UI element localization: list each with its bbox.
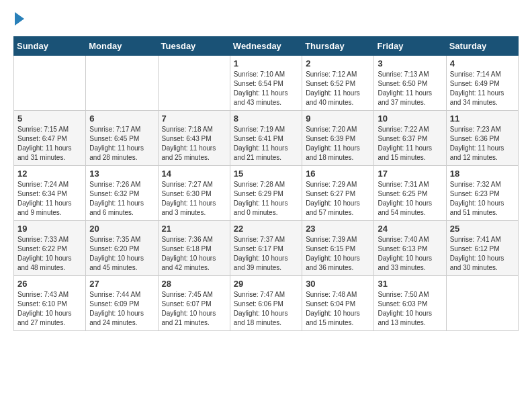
calendar-cell: 27Sunrise: 7:44 AM Sunset: 6:09 PM Dayli… xyxy=(86,276,158,331)
calendar-cell xyxy=(446,276,518,331)
day-number: 9 xyxy=(306,113,370,124)
day-number: 7 xyxy=(162,113,226,124)
day-number: 17 xyxy=(378,169,442,179)
day-info: Sunrise: 7:28 AM Sunset: 6:29 PM Dayligh… xyxy=(234,180,298,218)
calendar-table: SundayMondayTuesdayWednesdayThursdayFrid… xyxy=(13,36,519,331)
day-info: Sunrise: 7:50 AM Sunset: 6:03 PM Dayligh… xyxy=(378,290,442,328)
calendar-cell: 15Sunrise: 7:28 AM Sunset: 6:29 PM Dayli… xyxy=(230,166,302,221)
calendar-cell: 14Sunrise: 7:27 AM Sunset: 6:30 PM Dayli… xyxy=(158,166,230,221)
calendar-cell: 7Sunrise: 7:18 AM Sunset: 6:43 PM Daylig… xyxy=(158,111,230,166)
calendar-cell: 16Sunrise: 7:29 AM Sunset: 6:27 PM Dayli… xyxy=(302,166,374,221)
day-info: Sunrise: 7:40 AM Sunset: 6:13 PM Dayligh… xyxy=(378,235,442,273)
day-info: Sunrise: 7:23 AM Sunset: 6:36 PM Dayligh… xyxy=(450,125,515,163)
day-number: 29 xyxy=(234,279,298,289)
day-number: 22 xyxy=(234,224,298,234)
day-info: Sunrise: 7:47 AM Sunset: 6:06 PM Dayligh… xyxy=(234,290,298,328)
day-info: Sunrise: 7:44 AM Sunset: 6:09 PM Dayligh… xyxy=(89,290,154,328)
day-info: Sunrise: 7:22 AM Sunset: 6:37 PM Dayligh… xyxy=(378,125,442,163)
day-info: Sunrise: 7:12 AM Sunset: 6:52 PM Dayligh… xyxy=(306,70,370,107)
calendar-cell xyxy=(86,56,158,111)
header xyxy=(13,13,519,26)
day-number: 14 xyxy=(162,169,226,179)
calendar-week-row: 26Sunrise: 7:43 AM Sunset: 6:10 PM Dayli… xyxy=(14,276,519,331)
calendar-cell: 22Sunrise: 7:37 AM Sunset: 6:17 PM Dayli… xyxy=(230,221,302,276)
day-number: 25 xyxy=(450,224,515,234)
day-number: 30 xyxy=(306,279,370,289)
day-number: 2 xyxy=(306,58,370,68)
day-number: 23 xyxy=(306,224,370,234)
calendar-cell: 4Sunrise: 7:14 AM Sunset: 6:49 PM Daylig… xyxy=(446,56,518,111)
day-number: 10 xyxy=(378,113,442,124)
calendar-cell: 20Sunrise: 7:35 AM Sunset: 6:20 PM Dayli… xyxy=(86,221,158,276)
calendar-cell: 13Sunrise: 7:26 AM Sunset: 6:32 PM Dayli… xyxy=(86,166,158,221)
day-info: Sunrise: 7:13 AM Sunset: 6:50 PM Dayligh… xyxy=(378,70,442,107)
calendar-cell: 21Sunrise: 7:36 AM Sunset: 6:18 PM Dayli… xyxy=(158,221,230,276)
calendar-week-row: 12Sunrise: 7:24 AM Sunset: 6:34 PM Dayli… xyxy=(14,166,519,221)
day-number: 31 xyxy=(378,279,442,289)
calendar-cell: 2Sunrise: 7:12 AM Sunset: 6:52 PM Daylig… xyxy=(302,56,374,111)
day-number: 15 xyxy=(234,169,298,179)
calendar-cell: 11Sunrise: 7:23 AM Sunset: 6:36 PM Dayli… xyxy=(446,111,518,166)
day-info: Sunrise: 7:19 AM Sunset: 6:41 PM Dayligh… xyxy=(234,125,298,163)
day-info: Sunrise: 7:26 AM Sunset: 6:32 PM Dayligh… xyxy=(89,180,154,218)
calendar-cell: 30Sunrise: 7:48 AM Sunset: 6:04 PM Dayli… xyxy=(302,276,374,331)
day-number: 18 xyxy=(450,169,515,179)
day-info: Sunrise: 7:32 AM Sunset: 6:23 PM Dayligh… xyxy=(450,180,515,218)
calendar-cell: 1Sunrise: 7:10 AM Sunset: 6:54 PM Daylig… xyxy=(230,56,302,111)
day-number: 16 xyxy=(306,169,370,179)
day-number: 19 xyxy=(17,224,82,234)
calendar-cell: 10Sunrise: 7:22 AM Sunset: 6:37 PM Dayli… xyxy=(374,111,446,166)
calendar-cell: 23Sunrise: 7:39 AM Sunset: 6:15 PM Dayli… xyxy=(302,221,374,276)
calendar-cell: 25Sunrise: 7:41 AM Sunset: 6:12 PM Dayli… xyxy=(446,221,518,276)
day-info: Sunrise: 7:29 AM Sunset: 6:27 PM Dayligh… xyxy=(306,180,370,218)
day-info: Sunrise: 7:17 AM Sunset: 6:45 PM Dayligh… xyxy=(89,125,154,163)
day-number: 20 xyxy=(89,224,154,234)
day-header-thursday: Thursday xyxy=(302,37,374,56)
day-header-tuesday: Tuesday xyxy=(158,37,230,56)
day-header-monday: Monday xyxy=(86,37,158,56)
day-number: 13 xyxy=(89,169,154,179)
day-header-wednesday: Wednesday xyxy=(230,37,302,56)
day-info: Sunrise: 7:36 AM Sunset: 6:18 PM Dayligh… xyxy=(162,235,226,273)
calendar-cell: 3Sunrise: 7:13 AM Sunset: 6:50 PM Daylig… xyxy=(374,56,446,111)
logo xyxy=(13,13,24,26)
calendar-week-row: 5Sunrise: 7:15 AM Sunset: 6:47 PM Daylig… xyxy=(14,111,519,166)
day-info: Sunrise: 7:35 AM Sunset: 6:20 PM Dayligh… xyxy=(89,235,154,273)
day-info: Sunrise: 7:24 AM Sunset: 6:34 PM Dayligh… xyxy=(17,180,82,218)
day-number: 12 xyxy=(17,169,82,179)
calendar-cell: 9Sunrise: 7:20 AM Sunset: 6:39 PM Daylig… xyxy=(302,111,374,166)
calendar-cell: 12Sunrise: 7:24 AM Sunset: 6:34 PM Dayli… xyxy=(14,166,86,221)
day-info: Sunrise: 7:33 AM Sunset: 6:22 PM Dayligh… xyxy=(17,235,82,273)
calendar-cell: 8Sunrise: 7:19 AM Sunset: 6:41 PM Daylig… xyxy=(230,111,302,166)
day-info: Sunrise: 7:41 AM Sunset: 6:12 PM Dayligh… xyxy=(450,235,515,273)
calendar-cell: 29Sunrise: 7:47 AM Sunset: 6:06 PM Dayli… xyxy=(230,276,302,331)
day-header-friday: Friday xyxy=(374,37,446,56)
calendar-cell: 26Sunrise: 7:43 AM Sunset: 6:10 PM Dayli… xyxy=(14,276,86,331)
day-header-saturday: Saturday xyxy=(446,37,518,56)
day-number: 8 xyxy=(234,113,298,124)
day-number: 4 xyxy=(450,58,515,68)
day-info: Sunrise: 7:48 AM Sunset: 6:04 PM Dayligh… xyxy=(306,290,370,328)
logo-arrow-icon xyxy=(15,12,24,26)
day-info: Sunrise: 7:14 AM Sunset: 6:49 PM Dayligh… xyxy=(450,70,515,107)
calendar-cell: 18Sunrise: 7:32 AM Sunset: 6:23 PM Dayli… xyxy=(446,166,518,221)
calendar-cell: 17Sunrise: 7:31 AM Sunset: 6:25 PM Dayli… xyxy=(374,166,446,221)
calendar-cell xyxy=(158,56,230,111)
calendar-cell xyxy=(14,56,86,111)
day-info: Sunrise: 7:43 AM Sunset: 6:10 PM Dayligh… xyxy=(17,290,82,328)
day-info: Sunrise: 7:45 AM Sunset: 6:07 PM Dayligh… xyxy=(162,290,226,328)
calendar-cell: 19Sunrise: 7:33 AM Sunset: 6:22 PM Dayli… xyxy=(14,221,86,276)
calendar-cell: 31Sunrise: 7:50 AM Sunset: 6:03 PM Dayli… xyxy=(374,276,446,331)
calendar-cell: 6Sunrise: 7:17 AM Sunset: 6:45 PM Daylig… xyxy=(86,111,158,166)
calendar-week-row: 1Sunrise: 7:10 AM Sunset: 6:54 PM Daylig… xyxy=(14,56,519,111)
day-info: Sunrise: 7:15 AM Sunset: 6:47 PM Dayligh… xyxy=(17,125,82,163)
calendar-week-row: 19Sunrise: 7:33 AM Sunset: 6:22 PM Dayli… xyxy=(14,221,519,276)
day-number: 1 xyxy=(234,58,298,68)
calendar-cell: 24Sunrise: 7:40 AM Sunset: 6:13 PM Dayli… xyxy=(374,221,446,276)
day-number: 21 xyxy=(162,224,226,234)
day-info: Sunrise: 7:20 AM Sunset: 6:39 PM Dayligh… xyxy=(306,125,370,163)
day-number: 28 xyxy=(162,279,226,289)
day-number: 11 xyxy=(450,113,515,124)
day-number: 3 xyxy=(378,58,442,68)
day-number: 24 xyxy=(378,224,442,234)
